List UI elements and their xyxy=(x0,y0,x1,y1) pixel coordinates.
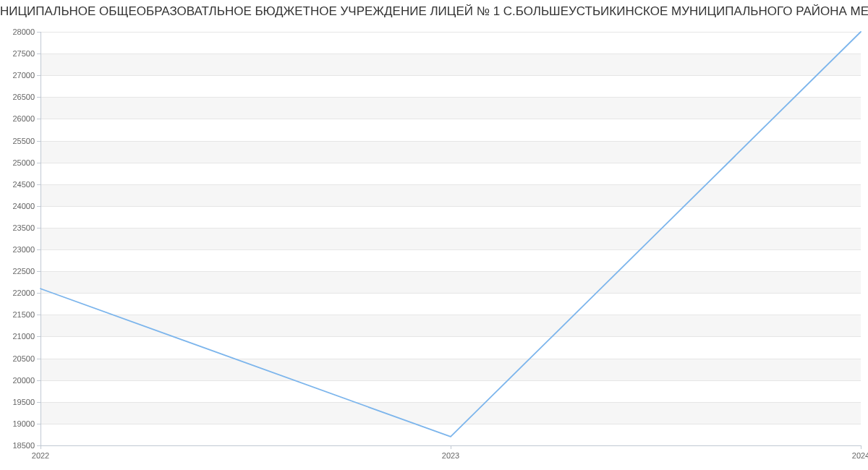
y-tick-label: 27000 xyxy=(12,71,35,80)
y-tick-label: 23000 xyxy=(12,245,35,254)
y-tick-label: 20500 xyxy=(12,354,35,363)
y-tick-label: 25000 xyxy=(12,158,35,167)
x-tick-mark xyxy=(41,445,41,449)
chart-container: НИЦИПАЛЬНОЕ ОБЩЕОБРАЗОВАТЛЬНОЕ БЮДЖЕТНОЕ… xyxy=(0,0,868,470)
y-tick-label: 28000 xyxy=(12,27,35,36)
y-tick-label: 18500 xyxy=(12,441,35,450)
x-tick-mark xyxy=(451,445,451,449)
y-tick-label: 24500 xyxy=(12,180,35,189)
y-tick-label: 19500 xyxy=(12,398,35,406)
y-tick-label: 19000 xyxy=(12,419,35,428)
y-tick-label: 21500 xyxy=(12,310,35,319)
chart-title: НИЦИПАЛЬНОЕ ОБЩЕОБРАЗОВАТЛЬНОЕ БЮДЖЕТНОЕ… xyxy=(0,4,868,19)
y-tick-label: 26500 xyxy=(12,93,35,101)
line-series xyxy=(41,32,861,445)
y-tick-label: 27500 xyxy=(12,49,35,58)
y-tick-label: 26000 xyxy=(12,114,35,123)
y-tick-label: 25500 xyxy=(12,137,35,145)
plot-area: 1850019000195002000020500210002150022000… xyxy=(41,32,861,445)
series-line xyxy=(41,32,861,437)
x-tick-label: 2022 xyxy=(32,451,49,460)
y-tick-label: 23500 xyxy=(12,223,35,232)
y-tick-label: 21000 xyxy=(12,332,35,341)
x-tick-label: 2024 xyxy=(852,451,868,460)
x-tick-label: 2023 xyxy=(442,451,459,460)
y-tick-label: 22500 xyxy=(12,267,35,275)
y-tick-label: 24000 xyxy=(12,202,35,210)
y-tick-label: 20000 xyxy=(12,376,35,385)
x-tick-mark xyxy=(861,445,861,449)
y-tick-label: 22000 xyxy=(12,289,35,297)
